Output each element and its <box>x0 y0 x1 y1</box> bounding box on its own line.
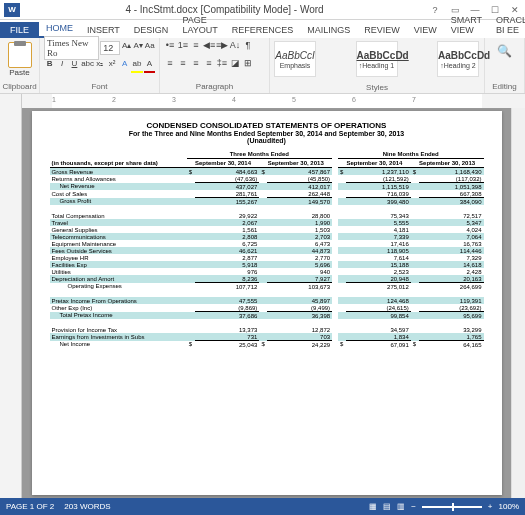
tab-oracle[interactable]: ORACLE BI EE <box>489 12 525 38</box>
ribbon: Paste Clipboard Times New Ro 12 A▴ A▾ Aa… <box>0 38 525 94</box>
show-marks-icon[interactable]: ¶ <box>242 40 254 54</box>
tab-pagelayout[interactable]: PAGE LAYOUT <box>175 12 224 38</box>
table-row: Net Income$25,043$24,229$67,091$64,165 <box>50 341 484 349</box>
print-layout-icon[interactable]: ▦ <box>369 502 377 511</box>
tab-view[interactable]: VIEW <box>407 22 444 38</box>
styles-label: Styles <box>270 83 484 92</box>
superscript-button[interactable]: x² <box>107 59 118 73</box>
word-app-icon: W <box>4 3 20 17</box>
doc-subtitle-1: For the Three and Nine Months Ended Sept… <box>50 130 484 137</box>
zoom-slider[interactable] <box>422 506 482 508</box>
paste-button[interactable]: Paste <box>9 68 29 77</box>
table-row: Total Pretax Income37,68636,39899,85495,… <box>50 312 484 320</box>
subscript-button[interactable]: x₂ <box>94 59 105 73</box>
zoom-out-button[interactable]: − <box>411 502 416 511</box>
table-row: Provision for Income Tax13,37312,87234,5… <box>50 326 484 333</box>
line-spacing-icon[interactable]: ‡≡ <box>216 58 228 72</box>
table-row: Operating Expenses107,712103,673275,0122… <box>50 283 484 291</box>
word-count[interactable]: 203 WORDS <box>64 502 110 511</box>
table-row: Gross Profit155,267149,570399,480384,090 <box>50 198 484 206</box>
change-case-icon[interactable]: Aa <box>144 41 155 55</box>
doc-title: CONDENSED CONSOLIDATED STATEMENTS OF OPE… <box>50 121 484 130</box>
increase-indent-icon[interactable]: ≡▶ <box>216 40 228 54</box>
styles-group: AaBbCcI Emphasis AaBbCcDd ↑Heading 1 AaB… <box>270 38 485 93</box>
tab-smartview[interactable]: SMART VIEW <box>444 12 489 38</box>
font-color-icon[interactable]: A <box>144 59 155 73</box>
table-row: Utilities9769402,5232,428 <box>50 268 484 275</box>
col-2: September 30, 2013 <box>259 159 332 168</box>
paragraph-label: Paragraph <box>164 82 265 91</box>
underline-button[interactable]: U <box>69 59 80 73</box>
font-group: Times New Ro 12 A▴ A▾ Aa B I U abc x₂ x²… <box>40 38 160 93</box>
grow-font-icon[interactable]: A▴ <box>121 41 132 55</box>
clipboard-label: Clipboard <box>2 82 36 91</box>
financial-table: Three Months Ended Nine Months Ended (in… <box>50 150 484 348</box>
web-layout-icon[interactable]: ▥ <box>397 502 405 511</box>
shrink-font-icon[interactable]: A▾ <box>133 41 144 55</box>
document-page[interactable]: CONDENSED CONSOLIDATED STATEMENTS OF OPE… <box>32 111 502 495</box>
justify-icon[interactable]: ≡ <box>203 58 215 72</box>
text-effects-icon[interactable]: A <box>119 59 130 73</box>
find-icon[interactable]: 🔍 <box>497 44 512 58</box>
col-3: September 30, 2014 <box>338 159 411 168</box>
document-area: CONDENSED CONSOLIDATED STATEMENTS OF OPE… <box>0 108 525 498</box>
table-row: Net Revenue437,027412,0171,115,5191,051,… <box>50 183 484 191</box>
numbering-icon[interactable]: 1≡ <box>177 40 189 54</box>
tab-review[interactable]: REVIEW <box>357 22 407 38</box>
help-icon[interactable]: ? <box>425 5 445 15</box>
col-group-1: Three Months Ended <box>187 150 332 159</box>
tab-references[interactable]: REFERENCES <box>225 22 301 38</box>
col-4: September 30, 2013 <box>411 159 484 168</box>
style-emphasis[interactable]: AaBbCcI Emphasis <box>274 41 316 77</box>
table-row: General Supplies1,5611,5034,1814,024 <box>50 226 484 233</box>
vertical-scrollbar[interactable] <box>511 108 525 498</box>
font-size-select[interactable]: 12 <box>100 41 120 55</box>
table-row: Telecommunications2,8082,7037,3397,064 <box>50 233 484 240</box>
col-group-2: Nine Months Ended <box>338 150 483 159</box>
style-heading2[interactable]: AaBbCcDd ↑Heading 2 <box>437 41 479 77</box>
editing-label: Editing <box>492 82 516 91</box>
decrease-indent-icon[interactable]: ◀≡ <box>203 40 215 54</box>
table-row: Earnings from Investments in Subs7317031… <box>50 333 484 341</box>
paragraph-group: •≡ 1≡ ≡ ◀≡ ≡▶ A↓ ¶ ≡ ≡ ≡ ≡ ‡≡ ◪ ⊞ Paragr… <box>160 38 270 93</box>
col-1: September 30, 2014 <box>187 159 260 168</box>
document-scroll[interactable]: CONDENSED CONSOLIDATED STATEMENTS OF OPE… <box>22 108 511 498</box>
shading-icon[interactable]: ◪ <box>229 58 241 72</box>
table-row <box>50 290 484 297</box>
page-indicator[interactable]: PAGE 1 OF 2 <box>6 502 54 511</box>
table-row: Travel2,0671,9905,5555,347 <box>50 219 484 226</box>
vertical-ruler[interactable] <box>0 108 22 498</box>
italic-button[interactable]: I <box>56 59 67 73</box>
doc-subtitle-2: (Unaudited) <box>50 137 484 144</box>
style-heading1[interactable]: AaBbCcDd ↑Heading 1 <box>356 41 398 77</box>
table-row: Cost of Sales281,761262,448716,039667,30… <box>50 190 484 198</box>
multilevel-icon[interactable]: ≡ <box>190 40 202 54</box>
tab-design[interactable]: DESIGN <box>127 22 176 38</box>
font-name-select[interactable]: Times New Ro <box>44 36 99 60</box>
paste-icon[interactable] <box>8 42 32 68</box>
horizontal-ruler[interactable]: 1234567 <box>0 94 525 108</box>
borders-icon[interactable]: ⊞ <box>242 58 254 72</box>
strike-button[interactable]: abc <box>81 59 93 73</box>
status-bar: PAGE 1 OF 2 203 WORDS ▦ ▤ ▥ − + 100% <box>0 498 525 515</box>
table-row <box>50 319 484 326</box>
clipboard-group: Paste Clipboard <box>0 38 40 93</box>
align-center-icon[interactable]: ≡ <box>177 58 189 72</box>
sort-icon[interactable]: A↓ <box>229 40 241 54</box>
zoom-level[interactable]: 100% <box>499 502 519 511</box>
editing-group: 🔍 Editing <box>485 38 525 93</box>
table-row: Depreciation and Amort8,2367,92720,94820… <box>50 275 484 283</box>
align-right-icon[interactable]: ≡ <box>190 58 202 72</box>
table-row: Equipment Maintenance6,7256,47317,41616,… <box>50 240 484 247</box>
align-left-icon[interactable]: ≡ <box>164 58 176 72</box>
highlight-icon[interactable]: ab <box>131 59 142 73</box>
bold-button[interactable]: B <box>44 59 55 73</box>
zoom-in-button[interactable]: + <box>488 502 493 511</box>
tab-file[interactable]: FILE <box>0 22 39 38</box>
read-mode-icon[interactable]: ▤ <box>383 502 391 511</box>
bullets-icon[interactable]: •≡ <box>164 40 176 54</box>
table-row: Gross Revenue$484,663$457,867$1,237,110$… <box>50 168 484 176</box>
table-row: Pretax Income From Operations47,55545,89… <box>50 297 484 304</box>
tab-mailings[interactable]: MAILINGS <box>300 22 357 38</box>
table-row: Fees Outside Services46,62144,873118,905… <box>50 247 484 254</box>
